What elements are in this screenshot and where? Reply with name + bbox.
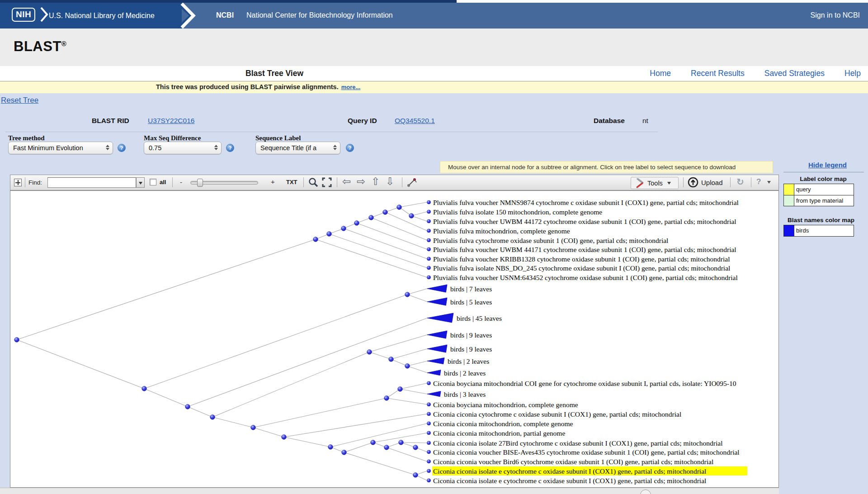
tree-leaf-label[interactable]: Pluvialis fulva isolate 150 mitochondrio… (433, 208, 602, 216)
tree-internal-node[interactable] (210, 415, 215, 420)
find-dropdown-icon[interactable] (136, 177, 145, 188)
help-icon[interactable]: ? (756, 177, 761, 186)
collapsed-cluster-triangle[interactable] (427, 358, 444, 364)
tree-leaf-label[interactable]: Pluvialis fulva voucher NMNS9874 cytochr… (433, 199, 739, 207)
tree-leaf-node[interactable] (427, 247, 431, 251)
tree-leaf-node[interactable] (427, 276, 431, 279)
nav-recent-results[interactable]: Recent Results (691, 69, 745, 78)
nav-help[interactable]: Help (844, 69, 861, 78)
collapsed-cluster-triangle[interactable] (427, 345, 447, 352)
tree-leaf-label[interactable]: Pluvialis fulva cytochrome oxidase subun… (433, 237, 668, 245)
tree-internal-node[interactable] (14, 337, 19, 342)
tree-leaf-label[interactable]: birds | 5 leaves (450, 298, 492, 306)
tree-leaf-node[interactable] (427, 441, 431, 445)
ncbi-title[interactable]: National Center for Biotechnology Inform… (246, 11, 393, 19)
refresh-icon[interactable]: ↻ (736, 176, 744, 187)
zoom-slider-thumb[interactable] (197, 179, 203, 187)
help-caret-icon[interactable] (767, 181, 771, 184)
reset-tree-link[interactable]: Reset Tree (1, 96, 38, 105)
tree-leaf-label[interactable]: Ciconia ciconia voucher BISE-Aves435 cyt… (433, 448, 740, 456)
tree-leaf-node[interactable] (427, 412, 431, 416)
tree-leaf-label[interactable]: Pluvialis fulva voucher UWBM 44171 cytoc… (433, 246, 736, 254)
tree-leaf-node[interactable] (427, 403, 431, 406)
tree-internal-node[interactable] (342, 450, 347, 455)
tree-internal-node[interactable] (251, 425, 256, 430)
tree-internal-node[interactable] (384, 445, 389, 450)
tree-leaf-label[interactable]: Ciconia boyciana mitochondrial COI gene … (433, 380, 736, 387)
tree-internal-node[interactable] (282, 435, 287, 440)
tree-leaf-label[interactable]: birds | 2 leaves (444, 369, 486, 377)
tree-internal-node[interactable] (354, 221, 359, 226)
tree-leaf-label[interactable]: Pluvialis fulva voucher KRIBB1328 cytoch… (433, 255, 730, 263)
nlm-title[interactable]: U.S. National Library of Medicine (49, 12, 155, 20)
tree-leaf-label[interactable]: Ciconia ciconia isolate e cytochrome c o… (433, 477, 706, 485)
pan-right-icon[interactable]: ⇨ (357, 176, 365, 187)
tree-internal-node[interactable] (185, 404, 190, 409)
blast-logo[interactable]: BLAST® (14, 38, 66, 55)
zoom-out-button[interactable]: - (180, 178, 182, 186)
tree-internal-node[interactable] (413, 473, 418, 478)
tree-internal-node[interactable] (413, 445, 418, 450)
tree-leaf-label[interactable]: birds | 2 leaves (448, 357, 489, 365)
tree-internal-node[interactable] (384, 396, 389, 401)
pan-down-icon[interactable]: ⇩ (386, 176, 394, 187)
tree-internal-node[interactable] (328, 445, 333, 450)
tree-leaf-node[interactable] (427, 266, 431, 270)
tree-method-help-icon[interactable]: ? (118, 144, 126, 152)
tools-button[interactable]: Tools (631, 177, 679, 189)
tree-internal-node[interactable] (389, 357, 394, 362)
tree-leaf-node[interactable] (427, 479, 431, 482)
tree-leaf-node[interactable] (427, 257, 431, 261)
sequence-label-help-icon[interactable]: ? (346, 144, 354, 152)
hide-legend-link[interactable]: Hide legend (808, 161, 847, 169)
tree-internal-node[interactable] (367, 350, 372, 355)
tree-internal-node[interactable] (327, 232, 332, 237)
more-link[interactable]: more... (341, 84, 361, 90)
sequence-label-select[interactable]: Sequence Title (if a (255, 142, 340, 154)
pan-left-icon[interactable]: ⇦ (342, 176, 351, 187)
tree-internal-node[interactable] (369, 215, 374, 220)
collapsed-cluster-triangle[interactable] (427, 298, 447, 305)
tree-leaf-node[interactable] (427, 381, 431, 385)
tree-internal-node[interactable] (142, 386, 147, 391)
ncbi-abbr[interactable]: NCBI (216, 11, 234, 19)
tree-leaf-label[interactable]: birds | 9 leaves (450, 331, 492, 339)
tree-leaf-label[interactable]: Pluvialis fulva voucher UWBM 44172 cytoc… (433, 218, 736, 226)
tree-leaf-node[interactable] (427, 460, 431, 463)
max-seq-diff-select[interactable]: 0.75 (144, 142, 222, 154)
tree-internal-node[interactable] (399, 440, 404, 445)
upload-button[interactable]: Upload (688, 177, 723, 188)
tree-leaf-label[interactable]: Ciconia boyciana mitochondrion, complete… (433, 401, 578, 408)
tree-leaf-node[interactable] (427, 210, 431, 214)
tree-leaf-label[interactable]: birds | 3 leaves (444, 390, 486, 398)
tree-leaf-label[interactable]: Ciconia ciconia isolate e cytochrome c o… (433, 467, 706, 475)
tree-internal-node[interactable] (313, 237, 318, 242)
tree-leaf-label[interactable]: Pluvialis fulva isolate NBS_DO_245 cytoc… (433, 264, 730, 272)
txt-export-button[interactable]: TXT (286, 179, 297, 185)
tree-internal-node[interactable] (383, 210, 388, 215)
tree-leaf-node[interactable] (427, 431, 431, 435)
tree-internal-node[interactable] (405, 292, 410, 297)
tree-leaf-node[interactable] (427, 238, 431, 242)
tree-leaf-label[interactable]: Ciconia ciconia isolate 27Bird cytochrom… (433, 439, 723, 447)
zoom-in-button[interactable]: + (271, 178, 275, 185)
query-id-value[interactable]: OQ345520.1 (395, 117, 435, 125)
zoom-to-selection-icon[interactable] (308, 177, 319, 188)
tree-leaf-label[interactable]: Ciconia ciconia cytochrome c oxidase sub… (433, 410, 681, 418)
tree-leaf-label[interactable]: Ciconia ciconia voucher Bird6 cytochrome… (433, 458, 713, 466)
nav-home[interactable]: Home (650, 69, 671, 78)
tree-leaf-label[interactable]: Ciconia ciconia mitochondrion, complete … (433, 420, 573, 428)
fullscreen-icon[interactable] (321, 177, 332, 188)
nav-saved-strategies[interactable]: Saved Strategies (764, 69, 825, 78)
tree-internal-node[interactable] (341, 226, 346, 231)
blast-rid-value[interactable]: U37SY22C016 (148, 117, 194, 125)
tree-leaf-label[interactable]: birds | 9 leaves (450, 345, 492, 353)
tree-method-select[interactable]: Fast Minimum Evolution (8, 142, 113, 154)
reroot-tool-icon[interactable] (406, 177, 417, 188)
tree-leaf-node[interactable] (427, 422, 431, 425)
collapsed-cluster-triangle[interactable] (427, 285, 447, 292)
sign-in-link[interactable]: Sign in to NCBI (811, 11, 860, 19)
tree-internal-node[interactable] (371, 440, 376, 445)
tree-internal-node[interactable] (405, 364, 410, 369)
collapsed-cluster-triangle[interactable] (427, 331, 447, 338)
